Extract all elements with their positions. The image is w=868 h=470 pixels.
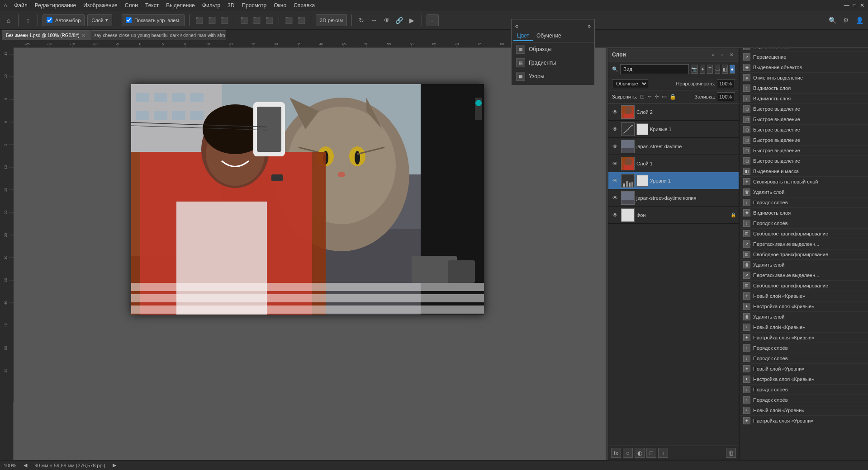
history-item-31[interactable]: + Новый слой «Уровни» bbox=[740, 364, 868, 374]
menu-file[interactable]: Файл bbox=[14, 2, 28, 9]
layer-mask-btn[interactable]: ○ bbox=[623, 448, 633, 458]
library-expand-icon[interactable]: » bbox=[588, 23, 591, 29]
menu-image[interactable]: Изображение bbox=[83, 2, 118, 9]
eye-icon[interactable]: 👁 bbox=[382, 15, 392, 25]
history-item-27[interactable]: + Новый слой «Кривые» bbox=[740, 322, 868, 333]
library-collapse-icon[interactable]: « bbox=[515, 23, 518, 29]
show-transform-checkbox[interactable]: Показать упр. элем. bbox=[122, 14, 185, 26]
layer-row-levels1[interactable]: 👁 Уровни 1 bbox=[608, 172, 739, 189]
history-item-35[interactable]: + Новый слой «Уровни» bbox=[740, 405, 868, 416]
history-item-29[interactable]: ↕ Порядок слоёв bbox=[740, 343, 868, 353]
layers-search-input[interactable] bbox=[620, 64, 689, 74]
layer-delete-btn[interactable]: 🗑 bbox=[726, 448, 736, 458]
home-tool-icon[interactable]: ⌂ bbox=[4, 15, 14, 25]
history-item-2[interactable]: ◈ Выделение объектов bbox=[740, 62, 868, 73]
layer-row-curves1[interactable]: 👁 Кривые 1 bbox=[608, 121, 739, 138]
rotate-icon[interactable]: ↻ bbox=[356, 15, 366, 25]
align-right-icon[interactable]: ⬛ bbox=[219, 15, 229, 25]
layers-panel-collapse[interactable]: « bbox=[710, 51, 717, 58]
layer-filter-adj-icon[interactable]: ✦ bbox=[700, 65, 705, 74]
align-left-icon[interactable]: ⬛ bbox=[194, 15, 204, 25]
maximize-button[interactable]: □ bbox=[853, 2, 856, 9]
history-item-19[interactable]: ↗ Перетаскивание выделенн... bbox=[740, 239, 868, 249]
layer-filter-smart-icon[interactable]: ◧ bbox=[722, 65, 727, 74]
nav-next[interactable]: ▶ bbox=[113, 462, 116, 468]
history-item-18[interactable]: ⊡ Свободное трансформирование bbox=[740, 229, 868, 239]
menu-layers[interactable]: Слои bbox=[125, 2, 138, 9]
lock-pixels-icon[interactable]: ✒ bbox=[647, 94, 652, 100]
align-bottom-icon[interactable]: ⬛ bbox=[264, 15, 274, 25]
history-item-16[interactable]: 👁 Видимость слоя bbox=[740, 208, 868, 218]
video-icon[interactable]: ▶ bbox=[407, 15, 417, 25]
move-tool-icon[interactable]: ↕ bbox=[23, 15, 33, 25]
canvas-area[interactable] bbox=[14, 48, 606, 460]
library-item-patterns[interactable]: ▩ Узоры bbox=[512, 70, 594, 83]
layer-new-btn[interactable]: + bbox=[658, 448, 668, 458]
auto-select-checkbox[interactable]: Автовыбор bbox=[43, 14, 85, 26]
layer-vis-sloy1[interactable]: 👁 bbox=[611, 160, 619, 168]
history-item-23[interactable]: ⊡ Свободное трансформирование bbox=[740, 281, 868, 291]
history-item-6[interactable]: ◻ Быстрое выделение bbox=[740, 104, 868, 114]
layer-row-japan-copy[interactable]: 👁 japan-street-daytime копия bbox=[608, 189, 739, 207]
layer-row-japan[interactable]: 👁 japan-street-daytime bbox=[608, 138, 739, 155]
menu-text[interactable]: Текст bbox=[145, 2, 159, 9]
library-tab-learning[interactable]: Обучение bbox=[533, 31, 565, 41]
history-item-17[interactable]: ↕ Порядок слоёв bbox=[740, 218, 868, 229]
history-item-28[interactable]: ✦ Настройка слоя «Кривые» bbox=[740, 333, 868, 343]
history-item-11[interactable]: ◻ Быстрое выделение bbox=[740, 156, 868, 166]
nav-prev[interactable]: ◀ bbox=[24, 462, 27, 468]
link-icon[interactable]: 🔗 bbox=[394, 15, 404, 25]
history-item-5[interactable]: ↕ Видимость слоя bbox=[740, 94, 868, 104]
history-item-10[interactable]: ◻ Быстрое выделение bbox=[740, 146, 868, 156]
history-item-32[interactable]: ✦ Настройка слоя «Кривые» bbox=[740, 374, 868, 385]
layer-row-fon[interactable]: 👁 Фон 🔒 bbox=[608, 207, 739, 224]
menu-edit[interactable]: Редактирование bbox=[35, 2, 76, 9]
tab-close-1[interactable]: ✕ bbox=[81, 33, 85, 38]
library-item-gradients[interactable]: ▤ Градиенты bbox=[512, 56, 594, 70]
history-item-8[interactable]: ◻ Быстрое выделение bbox=[740, 125, 868, 135]
user-icon[interactable]: 👤 bbox=[854, 15, 864, 25]
lock-position-icon[interactable]: ✛ bbox=[655, 94, 659, 100]
history-item-13[interactable]: + Скопировать на новый слой bbox=[740, 177, 868, 187]
layer-vis-curves1[interactable]: 👁 bbox=[611, 125, 619, 133]
menu-select[interactable]: Выделение bbox=[166, 2, 195, 9]
layer-adjustment-btn[interactable]: ◐ bbox=[635, 448, 645, 458]
history-item-24[interactable]: + Новый слой «Кривые» bbox=[740, 291, 868, 301]
history-item-30[interactable]: ↕ Порядок слоёв bbox=[740, 353, 868, 364]
layer-filter-type-icon[interactable]: 📷 bbox=[691, 65, 698, 74]
menu-window[interactable]: Окно bbox=[274, 2, 286, 9]
history-item-1[interactable]: ↗ Перемещение bbox=[740, 52, 868, 62]
layer-filter-text-icon[interactable]: T bbox=[707, 65, 712, 74]
settings-icon[interactable]: ⚙ bbox=[841, 15, 851, 25]
menu-filter[interactable]: Фильтр bbox=[202, 2, 220, 9]
history-item-33[interactable]: ↕ Порядок слоёв bbox=[740, 385, 868, 395]
mode-3d-btn[interactable]: 3D-режим bbox=[316, 14, 347, 26]
menu-3d[interactable]: 3D bbox=[228, 2, 234, 9]
history-item-15[interactable]: ↕ Порядок слоёв bbox=[740, 197, 868, 208]
tab-file-1[interactable]: Без имени-1.psd @ 100% (RGB/8#) ✕ bbox=[2, 30, 90, 40]
history-item-20[interactable]: ⊡ Свободное трансформирование bbox=[740, 249, 868, 260]
layer-filter-toggle[interactable]: ● bbox=[730, 65, 735, 74]
layer-vis-japan[interactable]: 👁 bbox=[611, 142, 619, 150]
library-item-samples[interactable]: ▦ Образцы bbox=[512, 42, 594, 56]
history-item-12[interactable]: ◧ Выделение и маска bbox=[740, 166, 868, 177]
distribute-icon[interactable]: ⬛ bbox=[284, 15, 294, 25]
history-item-36[interactable]: ✦ Настройка слоя «Уровни» bbox=[740, 416, 868, 426]
history-item-14[interactable]: 🗑 Удалить слой bbox=[740, 187, 868, 197]
lock-all-icon[interactable]: 🔒 bbox=[669, 94, 676, 100]
search-icon[interactable]: 🔍 bbox=[827, 15, 837, 25]
history-item-3[interactable]: ◈ Отменить выделение bbox=[740, 73, 868, 83]
menu-view[interactable]: Просмотр bbox=[242, 2, 266, 9]
layers-panel-close[interactable]: ✕ bbox=[728, 51, 735, 58]
layer-group-btn[interactable]: □ bbox=[646, 448, 656, 458]
history-item-25[interactable]: ✦ Настройка слоя «Кривые» bbox=[740, 301, 868, 312]
minimize-button[interactable]: — bbox=[844, 2, 849, 9]
align-middle-v-icon[interactable]: ⬛ bbox=[251, 15, 261, 25]
history-item-22[interactable]: ↗ Перетаскивание выделенн... bbox=[740, 270, 868, 281]
layer-select[interactable]: Слой ▾ bbox=[87, 14, 112, 26]
lock-transparent-icon[interactable]: ⊡ bbox=[640, 94, 645, 100]
more-options-btn[interactable]: ... bbox=[427, 14, 439, 26]
history-item-26[interactable]: 🗑 Удалить слой bbox=[740, 312, 868, 322]
close-button[interactable]: ✕ bbox=[860, 2, 864, 9]
canvas-document[interactable] bbox=[131, 84, 484, 315]
